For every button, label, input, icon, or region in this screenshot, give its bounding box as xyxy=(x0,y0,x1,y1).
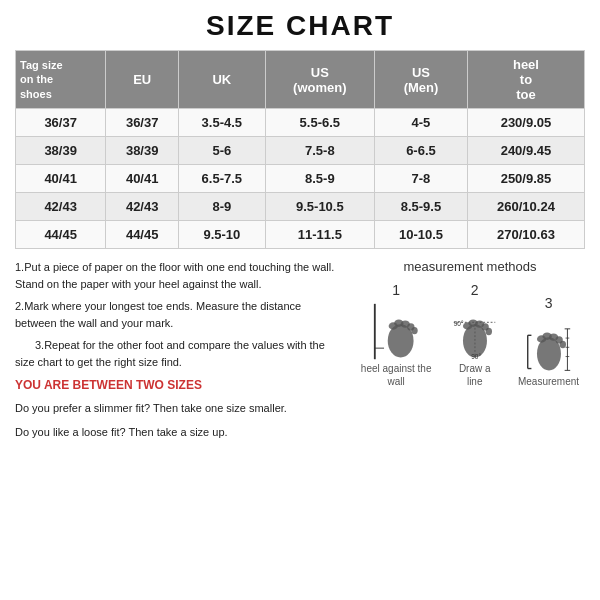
measurement-diagrams: 1 heel again xyxy=(355,282,585,388)
col-header-us-women: US(women) xyxy=(265,51,374,109)
cell-row3-col3: 9.5-10.5 xyxy=(265,193,374,221)
cell-row4-col4: 10-10.5 xyxy=(375,221,468,249)
svg-point-23 xyxy=(560,341,566,348)
table-row: 38/3938/395-67.5-86-6.5240/9.45 xyxy=(16,137,585,165)
measurement-section: measurement methods 1 xyxy=(355,259,585,447)
svg-point-7 xyxy=(411,327,417,334)
table-row: 42/4342/438-99.5-10.58.5-9.5260/10.24 xyxy=(16,193,585,221)
cell-row2-col5: 250/9.85 xyxy=(467,165,584,193)
col-header-eu: EU xyxy=(106,51,179,109)
diagram-2-num: 2 xyxy=(471,282,479,298)
col-header-uk: UK xyxy=(179,51,266,109)
cell-row3-col5: 260/10.24 xyxy=(467,193,584,221)
cell-row1-col0: 38/39 xyxy=(16,137,106,165)
col-header-heel: heeltotoe xyxy=(467,51,584,109)
diagram-1-svg xyxy=(369,302,424,362)
cell-row1-col2: 5-6 xyxy=(179,137,266,165)
cell-row2-col2: 6.5-7.5 xyxy=(179,165,266,193)
col-header-tag: Tag sizeon theshoes xyxy=(16,51,106,109)
table-row: 40/4140/416.5-7.58.5-97-8250/9.85 xyxy=(16,165,585,193)
diagram-3: 3 xyxy=(518,295,579,388)
loose-fit-text: Do you like a loose fit? Then take a siz… xyxy=(15,424,345,442)
cell-row0-col5: 230/9.05 xyxy=(467,109,584,137)
diagram-1-label: heel against thewall xyxy=(361,362,432,388)
cell-row2-col1: 40/41 xyxy=(106,165,179,193)
col-header-us-men: US(Men) xyxy=(375,51,468,109)
slimmer-fit-text: Do you prefer a slimmer fit? Then take o… xyxy=(15,400,345,418)
cell-row4-col5: 270/10.63 xyxy=(467,221,584,249)
instruction-step1: 1.Put a piece of paper on the floor with… xyxy=(15,259,345,292)
cell-row0-col2: 3.5-4.5 xyxy=(179,109,266,137)
diagram-2: 2 90° 90° xyxy=(447,282,502,388)
cell-row1-col4: 6-6.5 xyxy=(375,137,468,165)
cell-row1-col3: 7.5-8 xyxy=(265,137,374,165)
diagram-3-num: 3 xyxy=(545,295,553,311)
bottom-section: 1.Put a piece of paper on the floor with… xyxy=(15,259,585,447)
cell-row0-col0: 36/37 xyxy=(16,109,106,137)
cell-row4-col3: 11-11.5 xyxy=(265,221,374,249)
size-table: Tag sizeon theshoes EU UK US(women) US(M… xyxy=(15,50,585,249)
measurement-title: measurement methods xyxy=(355,259,585,274)
cell-row4-col2: 9.5-10 xyxy=(179,221,266,249)
instructions-section: 1.Put a piece of paper on the floor with… xyxy=(15,259,345,447)
cell-row0-col4: 4-5 xyxy=(375,109,468,137)
page-title: SIZE CHART xyxy=(15,10,585,42)
instruction-step2: 2.Mark where your longest toe ends. Meas… xyxy=(15,298,345,331)
cell-row0-col3: 5.5-6.5 xyxy=(265,109,374,137)
diagram-2-svg: 90° 90° xyxy=(447,302,502,362)
cell-row4-col1: 44/45 xyxy=(106,221,179,249)
diagram-3-label: Measurement xyxy=(518,375,579,388)
fit-info: Do you prefer a slimmer fit? Then take o… xyxy=(15,400,345,441)
table-row: 44/4544/459.5-1011-11.510-10.5270/10.63 xyxy=(16,221,585,249)
cell-row3-col2: 8-9 xyxy=(179,193,266,221)
diagram-1-num: 1 xyxy=(392,282,400,298)
svg-point-13 xyxy=(486,328,492,335)
diagram-2-label: Draw aline xyxy=(459,362,491,388)
cell-row2-col3: 8.5-9 xyxy=(265,165,374,193)
between-sizes-label: YOU ARE BETWEEN TWO SIZES xyxy=(15,376,345,394)
cell-row0-col1: 36/37 xyxy=(106,109,179,137)
page-container: SIZE CHART Tag sizeon theshoes EU UK US(… xyxy=(0,0,600,600)
table-row: 36/3736/373.5-4.55.5-6.54-5230/9.05 xyxy=(16,109,585,137)
cell-row3-col1: 42/43 xyxy=(106,193,179,221)
diagram-1: 1 heel again xyxy=(361,282,432,388)
svg-text:90°: 90° xyxy=(454,320,464,327)
instruction-step3: 3.Repeat for the other foot and compare … xyxy=(15,337,345,370)
cell-row3-col4: 8.5-9.5 xyxy=(375,193,468,221)
cell-row2-col0: 40/41 xyxy=(16,165,106,193)
svg-text:90°: 90° xyxy=(471,353,481,360)
cell-row3-col0: 42/43 xyxy=(16,193,106,221)
diagram-3-svg xyxy=(521,315,576,375)
cell-row4-col0: 44/45 xyxy=(16,221,106,249)
cell-row1-col5: 240/9.45 xyxy=(467,137,584,165)
cell-row1-col1: 38/39 xyxy=(106,137,179,165)
cell-row2-col4: 7-8 xyxy=(375,165,468,193)
